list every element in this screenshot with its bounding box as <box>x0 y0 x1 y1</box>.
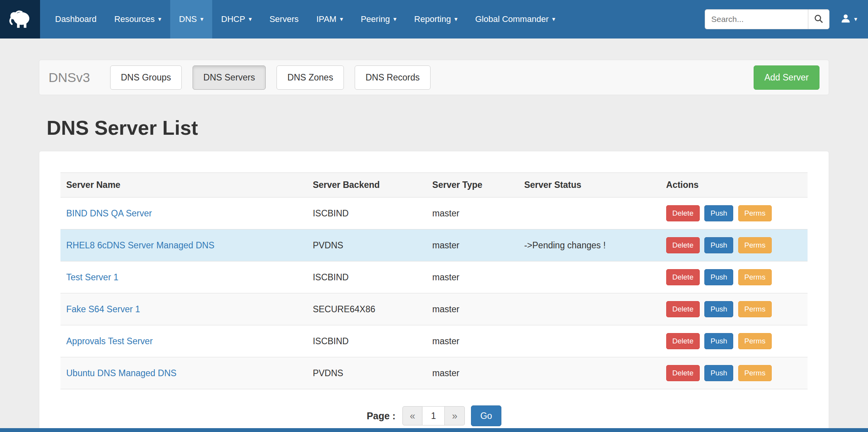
dns-toolbar: DNSv3 DNS Groups DNS Servers DNS Zones D… <box>39 60 829 95</box>
chevron-down-icon: ▾ <box>394 16 397 22</box>
next-page-button[interactable]: » <box>445 406 465 425</box>
server-backend-cell: ISCBIND <box>307 261 426 293</box>
nav-item-peering[interactable]: Peering ▾ <box>352 0 406 39</box>
app-logo[interactable] <box>0 0 40 39</box>
server-backend-cell: PVDNS <box>307 229 426 261</box>
go-button[interactable]: Go <box>471 405 501 426</box>
user-icon <box>840 13 851 25</box>
nav-label: Resources <box>114 14 155 24</box>
table-header-row: Server Name Server Backend Server Type S… <box>60 173 808 198</box>
server-name-link[interactable]: Approvals Test Server <box>66 336 153 346</box>
perms-button[interactable]: Perms <box>738 269 772 285</box>
server-name-link[interactable]: Fake S64 Server 1 <box>66 304 140 314</box>
user-menu[interactable]: ▾ <box>840 13 857 25</box>
perms-button[interactable]: Perms <box>738 301 772 317</box>
server-type-cell: master <box>427 261 519 293</box>
search-input[interactable] <box>705 9 808 29</box>
table-row: Approvals Test Server ISCBIND master Del… <box>60 325 808 357</box>
page-number-input[interactable] <box>422 406 445 425</box>
server-backend-cell: ISCBIND <box>307 325 426 357</box>
header-server-name: Server Name <box>60 173 307 198</box>
push-button[interactable]: Push <box>704 205 733 221</box>
server-status-cell <box>518 261 660 293</box>
page-container: DNSv3 DNS Groups DNS Servers DNS Zones D… <box>39 60 829 432</box>
header-server-type: Server Type <box>427 173 519 198</box>
perms-button[interactable]: Perms <box>738 205 772 221</box>
chevron-down-icon: ▾ <box>552 16 555 22</box>
push-button[interactable]: Push <box>704 365 733 381</box>
server-status-cell <box>518 293 660 325</box>
nav-item-dns[interactable]: DNS ▾ <box>170 0 212 39</box>
nav-item-dashboard[interactable]: Dashboard <box>46 0 106 39</box>
delete-button[interactable]: Delete <box>666 365 700 381</box>
chevron-down-icon: ▾ <box>200 16 203 22</box>
nav-label: DHCP <box>221 14 245 24</box>
search-button[interactable] <box>808 9 829 29</box>
nav-label: Global Commander <box>475 14 549 24</box>
nav-item-ipam[interactable]: IPAM ▾ <box>307 0 352 39</box>
server-list-card: Server Name Server Backend Server Type S… <box>39 151 829 432</box>
table-row: Fake S64 Server 1 SECURE64X86 master Del… <box>60 293 808 325</box>
add-server-button[interactable]: Add Server <box>754 65 819 90</box>
server-name-link[interactable]: RHEL8 6cDNS Server Managed DNS <box>66 240 214 250</box>
prev-page-button[interactable]: « <box>402 406 422 425</box>
page-title: DNS Server List <box>47 116 829 139</box>
delete-button[interactable]: Delete <box>666 333 700 349</box>
chevron-down-icon: ▾ <box>158 16 161 22</box>
server-status-cell <box>518 325 660 357</box>
server-type-cell: master <box>427 198 519 229</box>
chevron-down-icon: ▾ <box>249 16 252 22</box>
delete-button[interactable]: Delete <box>666 205 700 221</box>
table-row: Test Server 1 ISCBIND master Delete Push… <box>60 261 808 293</box>
push-button[interactable]: Push <box>704 237 733 253</box>
nav-label: DNS <box>179 14 197 24</box>
server-backend-cell: SECURE64X86 <box>307 293 426 325</box>
main-nav: Dashboard Resources ▾ DNS ▾ DHCP ▾ Serve… <box>46 0 564 39</box>
mammoth-logo-icon <box>8 7 32 32</box>
delete-button[interactable]: Delete <box>666 237 700 253</box>
footer-bar <box>0 428 868 432</box>
tab-dns-servers[interactable]: DNS Servers <box>193 65 266 90</box>
server-type-cell: master <box>427 325 519 357</box>
chevron-down-icon: ▾ <box>854 16 857 22</box>
server-name-link[interactable]: Ubuntu DNS Managed DNS <box>66 368 176 378</box>
table-row: BIND DNS QA Server ISCBIND master Delete… <box>60 198 808 229</box>
nav-label: Dashboard <box>55 14 97 24</box>
tab-dns-groups[interactable]: DNS Groups <box>110 65 182 90</box>
header-server-status: Server Status <box>518 173 660 198</box>
dns-server-table: Server Name Server Backend Server Type S… <box>60 172 808 389</box>
server-status-cell: ->Pending changes ! <box>518 229 660 261</box>
nav-item-dhcp[interactable]: DHCP ▾ <box>212 0 260 39</box>
dnsv3-brand: DNSv3 <box>49 70 90 85</box>
tab-dns-records[interactable]: DNS Records <box>355 65 431 90</box>
perms-button[interactable]: Perms <box>738 333 772 349</box>
table-row: RHEL8 6cDNS Server Managed DNS PVDNS mas… <box>60 229 808 261</box>
delete-button[interactable]: Delete <box>666 301 700 317</box>
search-icon <box>814 14 824 25</box>
chevron-down-icon: ▾ <box>340 16 343 22</box>
push-button[interactable]: Push <box>704 269 733 285</box>
nav-item-global-commander[interactable]: Global Commander ▾ <box>466 0 564 39</box>
perms-button[interactable]: Perms <box>738 237 772 253</box>
nav-item-resources[interactable]: Resources ▾ <box>106 0 170 39</box>
push-button[interactable]: Push <box>704 333 733 349</box>
perms-button[interactable]: Perms <box>738 365 772 381</box>
page-label: Page : <box>367 410 395 422</box>
navbar-right: ▾ <box>705 0 868 39</box>
nav-item-servers[interactable]: Servers <box>261 0 308 39</box>
tab-dns-zones[interactable]: DNS Zones <box>276 65 344 90</box>
nav-label: Servers <box>270 14 299 24</box>
nav-label: IPAM <box>316 14 336 24</box>
push-button[interactable]: Push <box>704 301 733 317</box>
server-name-link[interactable]: BIND DNS QA Server <box>66 208 152 218</box>
search-group <box>705 9 829 29</box>
server-type-cell: master <box>427 293 519 325</box>
top-navbar: Dashboard Resources ▾ DNS ▾ DHCP ▾ Serve… <box>0 0 868 39</box>
nav-item-reporting[interactable]: Reporting ▾ <box>406 0 466 39</box>
delete-button[interactable]: Delete <box>666 269 700 285</box>
nav-label: Reporting <box>414 14 451 24</box>
server-status-cell <box>518 198 660 229</box>
server-status-cell <box>518 357 660 389</box>
pagination: Page : « » Go <box>60 405 808 426</box>
server-name-link[interactable]: Test Server 1 <box>66 272 119 282</box>
